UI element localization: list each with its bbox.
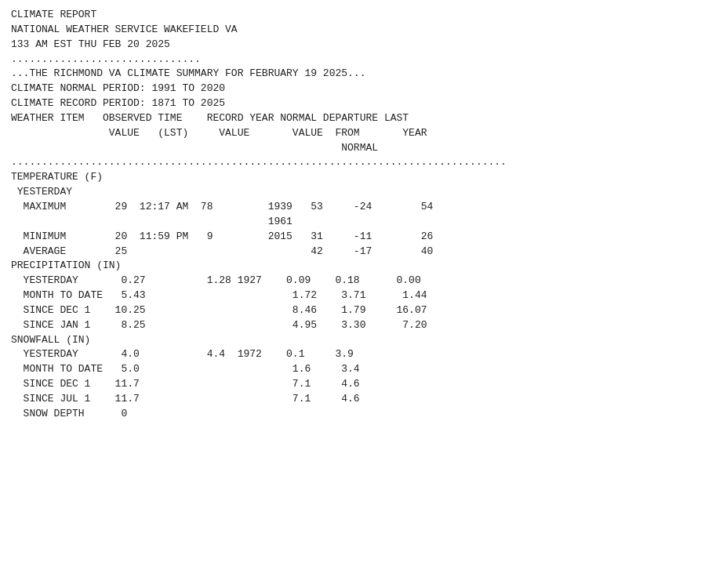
precip-mtd: MONTH TO DATE 5.43 1.72 3.71 1.44 — [11, 289, 694, 303]
summary-line: ...THE RICHMOND VA CLIMATE SUMMARY FOR F… — [11, 67, 694, 82]
timestamp: 133 AM EST THU FEB 20 2025 — [11, 38, 694, 53]
yesterday-label: YESTERDAY — [11, 185, 694, 200]
climate-report: CLIMATE REPORTNATIONAL WEATHER SERVICE W… — [11, 8, 694, 422]
average-line: AVERAGE 25 42 -17 40 — [11, 245, 694, 260]
snow-yesterday: YESTERDAY 4.0 4.4 1972 0.1 3.9 — [11, 347, 694, 362]
table-header-line1: WEATHER ITEM OBSERVED TIME RECORD YEAR N… — [11, 111, 694, 126]
snow-depth: SNOW DEPTH 0 — [11, 407, 694, 422]
title: CLIMATE REPORT — [11, 8, 694, 23]
precip-header: PRECIPITATION (IN) — [11, 259, 694, 274]
precip-yesterday: YESTERDAY 0.27 1.28 1927 0.09 0.18 0.00 — [11, 274, 694, 289]
normal-period: CLIMATE NORMAL PERIOD: 1991 TO 2020 — [11, 82, 694, 96]
record-period: CLIMATE RECORD PERIOD: 1871 TO 2025 — [11, 96, 694, 111]
maximum-line: MAXIMUM 29 12:17 AM 78 1939 53 -24 54 — [11, 200, 694, 215]
snow-mtd: MONTH TO DATE 5.0 1.6 3.4 — [11, 362, 694, 377]
minimum-line: MINIMUM 20 11:59 PM 9 2015 31 -11 26 — [11, 230, 694, 245]
snowfall-header: SNOWFALL (IN) — [11, 333, 694, 348]
precip-since-dec: SINCE DEC 1 10.25 8.46 1.79 16.07 — [11, 303, 694, 318]
separator2: ........................................… — [11, 155, 694, 170]
maximum-year2: 1961 — [11, 215, 694, 230]
table-header-line3: NORMAL — [11, 141, 694, 156]
separator1: ............................... — [11, 53, 694, 67]
precip-since-jan: SINCE JAN 1 8.25 4.95 3.30 7.20 — [11, 318, 694, 333]
table-header-line2: VALUE (LST) VALUE VALUE FROM YEAR — [11, 126, 694, 141]
snow-since-jul: SINCE JUL 1 11.7 7.1 4.6 — [11, 392, 694, 407]
agency: NATIONAL WEATHER SERVICE WAKEFIELD VA — [11, 23, 694, 38]
temperature-header: TEMPERATURE (F) — [11, 170, 694, 185]
snow-since-dec: SINCE DEC 1 11.7 7.1 4.6 — [11, 377, 694, 392]
